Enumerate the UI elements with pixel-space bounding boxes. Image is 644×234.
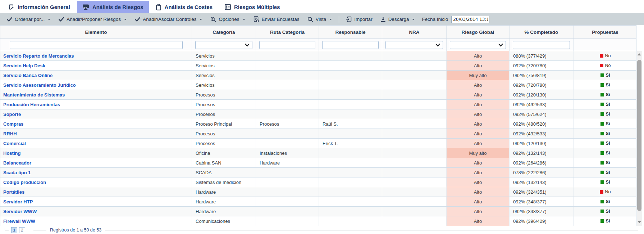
enviar-encuestas-button[interactable]: Enviar Encuestas	[250, 13, 303, 25]
cell-completado: 092% (492/533)	[510, 129, 574, 138]
elemento-link[interactable]: Servicio Help Desk	[3, 63, 45, 68]
propuesta-label: Sí	[606, 150, 610, 156]
tab-informacion-general[interactable]: Información General	[3, 1, 76, 13]
elemento-link[interactable]: Firewall WWW	[3, 219, 35, 224]
col-nra[interactable]: NRA	[382, 26, 447, 39]
elemento-link[interactable]: Servidor WWW	[3, 209, 37, 214]
vertical-scrollbar[interactable]	[637, 51, 642, 226]
opciones-button[interactable]: Opciones	[206, 13, 249, 25]
elemento-link[interactable]: Servicio Asesoramiento Jurídico	[3, 82, 76, 88]
elemento-link[interactable]: Comercial	[3, 141, 26, 146]
table-row: HostingOficinaInstalacionesMuy alto092% …	[0, 148, 636, 158]
propuesta-badge: Sí	[574, 216, 636, 226]
elemento-link[interactable]: RRHH	[3, 131, 17, 136]
tab-label: Análisis de Riesgos	[92, 4, 143, 10]
nra-filter-select[interactable]	[385, 41, 443, 49]
propuesta-label: Sí	[606, 131, 610, 136]
cell-nra	[382, 187, 447, 197]
cell-nra	[382, 71, 447, 80]
elemento-filter-input[interactable]	[10, 41, 183, 49]
cell-elemento: Servidor WWW	[0, 207, 192, 216]
caret-down-icon[interactable]	[199, 18, 202, 21]
elemento-link[interactable]: Scada tipo 1	[3, 170, 31, 175]
cell-categoria: Comunicaciones	[192, 216, 256, 226]
elemento-filter-cell	[0, 39, 192, 51]
ruta-categoria-filter-input[interactable]	[259, 41, 315, 49]
propuesta-label: Sí	[606, 112, 610, 117]
cell-responsable	[319, 61, 382, 70]
caret-down-icon[interactable]	[124, 18, 127, 21]
cell-elemento: Servicio Asesoramiento Jurídico	[0, 80, 192, 90]
completado-filter-cell	[510, 39, 574, 51]
riesgo-global-cell: Muy alto	[447, 71, 510, 80]
records-summary: Registros de 1 a 50 de 53	[50, 228, 101, 233]
anadir-proponer-riesgos-button[interactable]: Añadir/Proponer Riesgos	[55, 13, 131, 25]
ordenar-por-button[interactable]: Ordenar por...	[3, 13, 55, 25]
col-propuestas[interactable]: Propuestas	[574, 26, 637, 39]
propuesta-badge: Sí	[574, 207, 636, 216]
anadir-asociar-controles-button[interactable]: Añadir/Asociar Controles	[131, 13, 206, 25]
green-square-icon	[600, 122, 604, 126]
propuesta-badge: Sí	[574, 90, 636, 99]
elemento-link[interactable]: Compras	[3, 121, 23, 127]
completado-filter-input[interactable]	[513, 41, 570, 49]
cell-categoria: Procesos	[192, 129, 256, 138]
col-elemento[interactable]: Elemento	[0, 26, 192, 39]
fecha-inicio-label: Fecha Inicio	[422, 17, 448, 22]
descarga-button[interactable]: Descarga	[376, 13, 419, 25]
responsable-filter-input[interactable]	[322, 41, 379, 49]
table-row: Firewall WWWComunicacionesAlto092% (396/…	[0, 216, 636, 226]
elemento-link[interactable]: Código producción	[3, 180, 46, 185]
table-row: Producción HerramientasProcesosAlto092% …	[0, 100, 636, 109]
propuesta-label: Sí	[606, 102, 610, 107]
table-body: Servicio Reparto de MercanciasServiciosA…	[0, 51, 636, 226]
cell-completado: 088% (377/429)	[510, 51, 574, 60]
elemento-link[interactable]: Soporte	[3, 112, 21, 117]
tab-riesgos-multiples[interactable]: Riesgos Múltiples	[219, 1, 286, 13]
categoria-filter-select[interactable]	[195, 41, 252, 49]
cell-ruta-categoria	[256, 129, 319, 138]
page-button-2[interactable]: 2	[19, 227, 25, 233]
cell-completado: 092% (348/377)	[510, 207, 574, 216]
propuesta-badge: Sí	[574, 109, 636, 119]
vista-button[interactable]: Vista	[303, 13, 337, 25]
scroll-down-icon[interactable]	[637, 220, 642, 225]
elemento-link[interactable]: Servicio Banca Online	[3, 73, 52, 78]
survey-icon	[254, 16, 259, 22]
red-square-icon	[600, 64, 603, 67]
caret-down-icon[interactable]	[329, 18, 332, 21]
elemento-link[interactable]: Balanceador	[3, 160, 31, 166]
cell-ruta-categoria	[256, 139, 319, 148]
cell-elemento: Mantenimiento de Sistemas	[0, 90, 192, 99]
cell-ruta-categoria	[256, 168, 319, 177]
cell-nra	[382, 177, 447, 187]
elemento-link[interactable]: Portátiles	[3, 189, 24, 195]
cell-completado: 092% (348/377)	[510, 197, 574, 206]
riesgo-global-filter-select[interactable]	[450, 41, 506, 49]
elemento-link[interactable]: Hosting	[3, 150, 20, 156]
propuesta-label: No	[605, 53, 611, 58]
table-row: ComercialProcesosErick T.Alto092% (120/1…	[0, 139, 636, 148]
caret-down-icon[interactable]	[242, 18, 246, 21]
col-riesgo-global[interactable]: Riesgo Global	[447, 26, 510, 39]
tab-analisis-de-costes[interactable]: Análisis de Costes	[150, 1, 218, 13]
col-responsable[interactable]: Responsable	[319, 26, 382, 39]
elemento-link[interactable]: Servidor HTP	[3, 199, 33, 204]
page-button-1[interactable]: 1	[11, 227, 17, 233]
cell-elemento: Producción Herramientas	[0, 100, 192, 109]
fecha-inicio-input[interactable]	[451, 16, 489, 23]
elemento-link[interactable]: Mantenimiento de Sistemas	[3, 92, 65, 98]
caret-down-icon[interactable]	[47, 18, 51, 21]
scroll-up-icon[interactable]	[637, 52, 642, 57]
scrollbar-thumb[interactable]	[637, 60, 641, 211]
table-row: Código producciónSistemas de mediciónAlt…	[0, 177, 636, 187]
importar-button[interactable]: Importar	[342, 13, 376, 25]
elemento-link[interactable]: Producción Herramientas	[3, 102, 60, 107]
elemento-link[interactable]: Servicio Reparto de Mercancias	[3, 53, 74, 59]
col-ruta-categoria[interactable]: Ruta Categoría	[256, 26, 319, 39]
caret-down-icon[interactable]	[412, 18, 415, 21]
cell-ruta-categoria	[256, 51, 319, 60]
col-categoria[interactable]: Categoría	[192, 26, 256, 39]
col-completado[interactable]: % Completado	[510, 26, 574, 39]
tab-analisis-de-riesgos[interactable]: Análisis de Riesgos	[77, 1, 149, 13]
